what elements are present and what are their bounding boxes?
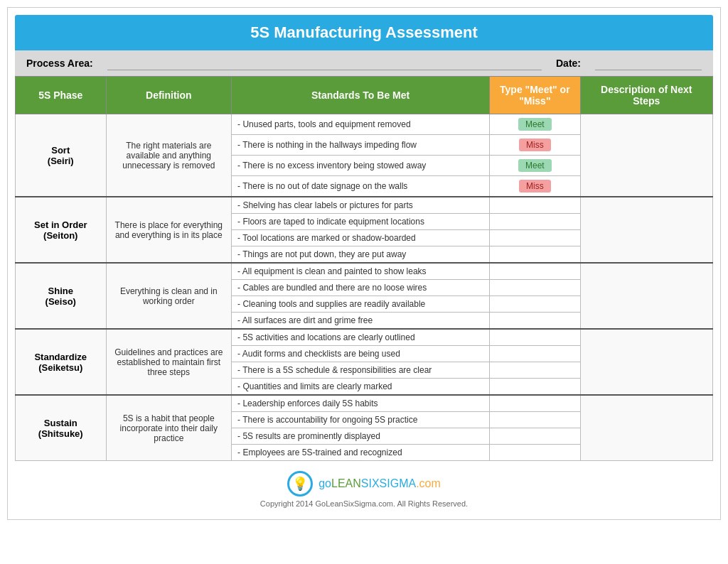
definition-cell: The right materials are available and an…: [106, 114, 232, 197]
standard-cell: - There is a 5S schedule & responsibilit…: [232, 362, 490, 379]
phase-cell: Shine (Seiso): [16, 263, 107, 329]
type-cell[interactable]: [490, 346, 581, 362]
footer: 💡 goLEANSIXSIGMA.com Copyright 2014 GoLe…: [15, 461, 713, 512]
type-cell[interactable]: [490, 280, 581, 296]
phase-cell: Sort (Seiri): [16, 114, 107, 197]
footer-logo: 💡 goLEANSIXSIGMA.com: [15, 471, 713, 497]
definition-cell: There is place for everything and everyt…: [106, 197, 232, 263]
logo-text: goLEANSIXSIGMA.com: [318, 477, 441, 490]
footer-copyright: Copyright 2014 GoLeanSixSigma.com. All R…: [15, 499, 713, 508]
table-row: Sort (Seiri)The right materials are avai…: [16, 114, 713, 135]
type-cell[interactable]: Miss: [490, 176, 581, 197]
logo-com: .com: [416, 477, 441, 489]
standard-cell: - Cables are bundled and there are no lo…: [232, 280, 490, 296]
standard-cell: - Audit forms and checklists are being u…: [232, 346, 490, 362]
page-wrapper: 5S Manufacturing Assessment Process Area…: [7, 7, 721, 520]
standard-cell: - There is no excess inventory being sto…: [232, 156, 490, 176]
logo-icon: 💡: [287, 471, 313, 497]
type-cell[interactable]: [490, 214, 581, 230]
page-title: 5S Manufacturing Assessment: [15, 15, 713, 50]
logo-six: SIX: [361, 477, 380, 489]
logo-go: go: [318, 477, 331, 489]
header-definition: Definition: [106, 77, 232, 114]
type-cell[interactable]: [490, 230, 581, 246]
type-cell[interactable]: [490, 395, 581, 412]
type-cell[interactable]: [490, 379, 581, 396]
type-cell[interactable]: [490, 362, 581, 379]
meet-badge: Meet: [518, 159, 552, 172]
standard-cell: - Employees are 5S-trained and recognize…: [232, 445, 490, 461]
standard-cell: - Quantities and limits are clearly mark…: [232, 379, 490, 396]
type-cell[interactable]: [490, 445, 581, 461]
definition-cell: 5S is a habit that people incorporate in…: [106, 395, 232, 461]
description-cell[interactable]: [580, 329, 712, 395]
standard-cell: - Tool locations are marked or shadow-bo…: [232, 230, 490, 246]
definition-cell: Guidelines and practices are established…: [106, 329, 232, 395]
miss-badge: Miss: [519, 180, 551, 192]
table-header-row: 5S Phase Definition Standards To Be Met …: [16, 77, 713, 114]
standard-cell: - Cleaning tools and supplies are readil…: [232, 296, 490, 313]
standard-cell: - There is accountability for ongoing 5S…: [232, 412, 490, 428]
date-label: Date:: [556, 58, 581, 69]
standard-cell: - 5S activities and locations are clearl…: [232, 329, 490, 346]
description-cell[interactable]: [580, 114, 712, 197]
standard-cell: - Shelving has clear labels or pictures …: [232, 197, 490, 214]
header-type: Type "Meet" or "Miss": [490, 77, 581, 114]
phase-cell: Set in Order (Seiton): [16, 197, 107, 263]
description-cell[interactable]: [580, 395, 712, 461]
type-cell[interactable]: Meet: [490, 114, 581, 135]
header-phase: 5S Phase: [16, 77, 107, 114]
logo-lean: LEAN: [331, 477, 361, 489]
type-cell[interactable]: [490, 197, 581, 214]
description-cell[interactable]: [580, 197, 712, 263]
standard-cell: - Things are not put down, they are put …: [232, 246, 490, 264]
meet-badge: Meet: [518, 118, 552, 131]
description-cell[interactable]: [580, 263, 712, 329]
type-cell[interactable]: Meet: [490, 156, 581, 176]
logo-sigma: SIGMA: [380, 477, 417, 489]
definition-cell: Everything is clean and in working order: [106, 263, 232, 329]
type-cell[interactable]: [490, 263, 581, 280]
standard-cell: - Leadership enforces daily 5S habits: [232, 395, 490, 412]
table-row: Shine (Seiso)Everything is clean and in …: [16, 263, 713, 280]
type-cell[interactable]: Miss: [490, 135, 581, 156]
phase-cell: Sustain (Shitsuke): [16, 395, 107, 461]
meta-bar: Process Area: Date:: [15, 50, 713, 76]
type-cell[interactable]: [490, 313, 581, 330]
table-row: Sustain (Shitsuke)5S is a habit that peo…: [16, 395, 713, 412]
standard-cell: - Floors are taped to indicate equipment…: [232, 214, 490, 230]
process-area-label: Process Area:: [26, 58, 93, 69]
type-cell[interactable]: [490, 329, 581, 346]
type-cell[interactable]: [490, 296, 581, 313]
table-row: Set in Order (Seiton)There is place for …: [16, 197, 713, 214]
process-area-value[interactable]: [107, 56, 542, 70]
standard-cell: - All equipment is clean and painted to …: [232, 263, 490, 280]
type-cell[interactable]: [490, 412, 581, 428]
standard-cell: - All surfaces are dirt and grime free: [232, 313, 490, 330]
standard-cell: - There is no out of date signage on the…: [232, 176, 490, 197]
header-description: Description of Next Steps: [580, 77, 712, 114]
type-cell[interactable]: [490, 428, 581, 445]
header-standards: Standards To Be Met: [232, 77, 490, 114]
standard-cell: - There is nothing in the hallways imped…: [232, 135, 490, 156]
table-row: Standardize (Seiketsu)Guidelines and pra…: [16, 329, 713, 346]
phase-cell: Standardize (Seiketsu): [16, 329, 107, 395]
miss-badge: Miss: [519, 139, 551, 151]
standard-cell: - Unused parts, tools and equipment remo…: [232, 114, 490, 135]
date-value[interactable]: [595, 56, 702, 70]
standard-cell: - 5S results are prominently displayed: [232, 428, 490, 445]
type-cell[interactable]: [490, 246, 581, 264]
assessment-table: 5S Phase Definition Standards To Be Met …: [15, 76, 713, 461]
